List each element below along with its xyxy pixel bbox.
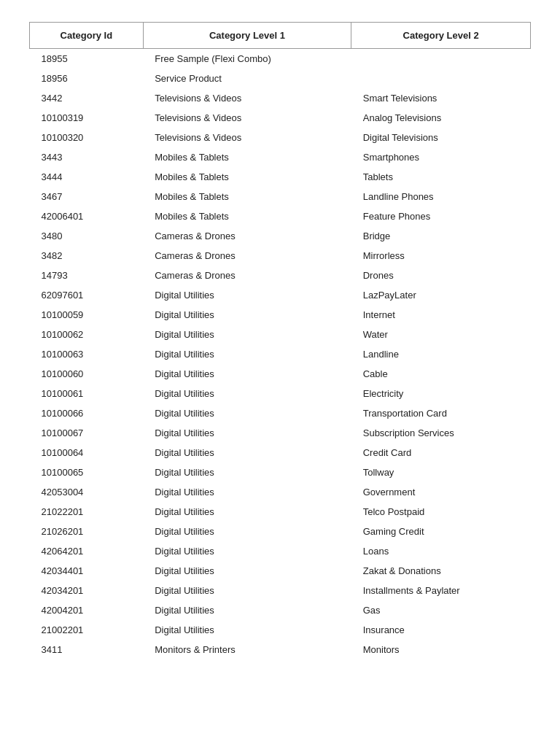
cell-category-level1: Free Sample (Flexi Combo) — [143, 49, 351, 69]
cell-category-level1: Digital Utilities — [143, 600, 351, 620]
table-header-row: Category Id Category Level 1 Category Le… — [30, 23, 531, 49]
cell-category-level2: Loans — [351, 541, 531, 561]
cell-category-level1: Digital Utilities — [143, 423, 351, 443]
table-row: 62097601Digital UtilitiesLazPayLater — [30, 285, 531, 305]
cell-category-level1: Cameras & Drones — [143, 246, 351, 266]
header-category-id: Category Id — [30, 23, 144, 49]
table-row: 10100063Digital UtilitiesLandline — [30, 344, 531, 364]
cell-category-level2: Gaming Credit — [351, 522, 531, 541]
table-row: 21002201Digital UtilitiesInsurance — [30, 620, 531, 640]
cell-category-level1: Digital Utilities — [143, 502, 351, 522]
table-row: 10100067Digital UtilitiesSubscription Se… — [30, 423, 531, 443]
cell-category-level2: Smart Televisions — [351, 88, 531, 108]
table-row: 42034401Digital UtilitiesZakat & Donatio… — [30, 561, 531, 581]
cell-category-level1: Service Product — [143, 69, 351, 88]
cell-category-level1: Cameras & Drones — [143, 226, 351, 246]
cell-category-level2: Internet — [351, 305, 531, 325]
cell-category-id: 42064201 — [30, 541, 144, 561]
cell-category-level1: Digital Utilities — [143, 482, 351, 502]
cell-category-id: 62097601 — [30, 285, 144, 305]
cell-category-id: 42053004 — [30, 482, 144, 502]
cell-category-id: 21026201 — [30, 522, 144, 541]
cell-category-id: 10100063 — [30, 344, 144, 364]
cell-category-level2: Transportation Card — [351, 403, 531, 423]
cell-category-level2: Drones — [351, 266, 531, 285]
table-row: 3482Cameras & DronesMirrorless — [30, 246, 531, 266]
cell-category-id: 42004201 — [30, 600, 144, 620]
table-row: 10100060Digital UtilitiesCable — [30, 364, 531, 384]
cell-category-level1: Televisions & Videos — [143, 128, 351, 147]
header-category-level1: Category Level 1 — [143, 23, 351, 49]
table-row: 10100065Digital UtilitiesTollway — [30, 462, 531, 482]
cell-category-id: 10100064 — [30, 443, 144, 462]
cell-category-id: 3467 — [30, 187, 144, 206]
cell-category-level1: Digital Utilities — [143, 364, 351, 384]
cell-category-id: 10100320 — [30, 128, 144, 147]
cell-category-level2: Analog Televisions — [351, 108, 531, 128]
cell-category-id: 3480 — [30, 226, 144, 246]
table-row: 10100320Televisions & VideosDigital Tele… — [30, 128, 531, 147]
cell-category-level2: Mirrorless — [351, 246, 531, 266]
cell-category-id: 14793 — [30, 266, 144, 285]
cell-category-id: 18955 — [30, 49, 144, 69]
cell-category-level2: Tablets — [351, 167, 531, 187]
cell-category-id: 10100067 — [30, 423, 144, 443]
cell-category-id: 21002201 — [30, 620, 144, 640]
table-row: 21026201Digital UtilitiesGaming Credit — [30, 522, 531, 541]
cell-category-level1: Digital Utilities — [143, 285, 351, 305]
cell-category-id: 21022201 — [30, 502, 144, 522]
cell-category-level1: Digital Utilities — [143, 581, 351, 600]
table-row: 42053004Digital UtilitiesGovernment — [30, 482, 531, 502]
cell-category-id: 10100059 — [30, 305, 144, 325]
table-row: 42064201Digital UtilitiesLoans — [30, 541, 531, 561]
cell-category-id: 10100060 — [30, 364, 144, 384]
cell-category-id: 3444 — [30, 167, 144, 187]
cell-category-level2: Installments & Paylater — [351, 581, 531, 600]
cell-category-level1: Digital Utilities — [143, 561, 351, 581]
cell-category-level2: Cable — [351, 364, 531, 384]
cell-category-id: 3442 — [30, 88, 144, 108]
cell-category-id: 3411 — [30, 640, 144, 659]
cell-category-level1: Digital Utilities — [143, 384, 351, 403]
cell-category-level2: Telco Postpaid — [351, 502, 531, 522]
cell-category-level2: Feature Phones — [351, 206, 531, 226]
cell-category-level1: Mobiles & Tablets — [143, 206, 351, 226]
cell-category-id: 18956 — [30, 69, 144, 88]
table-row: 3444Mobiles & TabletsTablets — [30, 167, 531, 187]
cell-category-id: 42006401 — [30, 206, 144, 226]
cell-category-level2: Landline Phones — [351, 187, 531, 206]
cell-category-level2: Monitors — [351, 640, 531, 659]
cell-category-level1: Digital Utilities — [143, 522, 351, 541]
cell-category-level1: Digital Utilities — [143, 305, 351, 325]
cell-category-level2: Landline — [351, 344, 531, 364]
cell-category-level2: Smartphones — [351, 147, 531, 167]
cell-category-level1: Digital Utilities — [143, 443, 351, 462]
cell-category-id: 42034401 — [30, 561, 144, 581]
cell-category-level2: Government — [351, 482, 531, 502]
table-row: 18956Service Product — [30, 69, 531, 88]
cell-category-level2: Subscription Services — [351, 423, 531, 443]
table-row: 3467Mobiles & TabletsLandline Phones — [30, 187, 531, 206]
cell-category-level2: Electricity — [351, 384, 531, 403]
cell-category-level1: Mobiles & Tablets — [143, 147, 351, 167]
table-row: 3480Cameras & DronesBridge — [30, 226, 531, 246]
cell-category-level2 — [351, 69, 531, 88]
cell-category-id: 10100066 — [30, 403, 144, 423]
cell-category-level1: Digital Utilities — [143, 620, 351, 640]
table-row: 42006401Mobiles & TabletsFeature Phones — [30, 206, 531, 226]
cell-category-level1: Mobiles & Tablets — [143, 187, 351, 206]
cell-category-id: 3443 — [30, 147, 144, 167]
cell-category-level2 — [351, 49, 531, 69]
table-row: 42034201Digital UtilitiesInstallments & … — [30, 581, 531, 600]
table-row: 10100066Digital UtilitiesTransportation … — [30, 403, 531, 423]
table-row: 42004201Digital UtilitiesGas — [30, 600, 531, 620]
cell-category-level1: Mobiles & Tablets — [143, 167, 351, 187]
table-row: 21022201Digital UtilitiesTelco Postpaid — [30, 502, 531, 522]
header-category-level2: Category Level 2 — [351, 23, 531, 49]
cell-category-id: 10100062 — [30, 325, 144, 344]
cell-category-level2: Water — [351, 325, 531, 344]
cell-category-level2: Tollway — [351, 462, 531, 482]
cell-category-level1: Televisions & Videos — [143, 108, 351, 128]
table-row: 3411Monitors & PrintersMonitors — [30, 640, 531, 659]
cell-category-level1: Televisions & Videos — [143, 88, 351, 108]
